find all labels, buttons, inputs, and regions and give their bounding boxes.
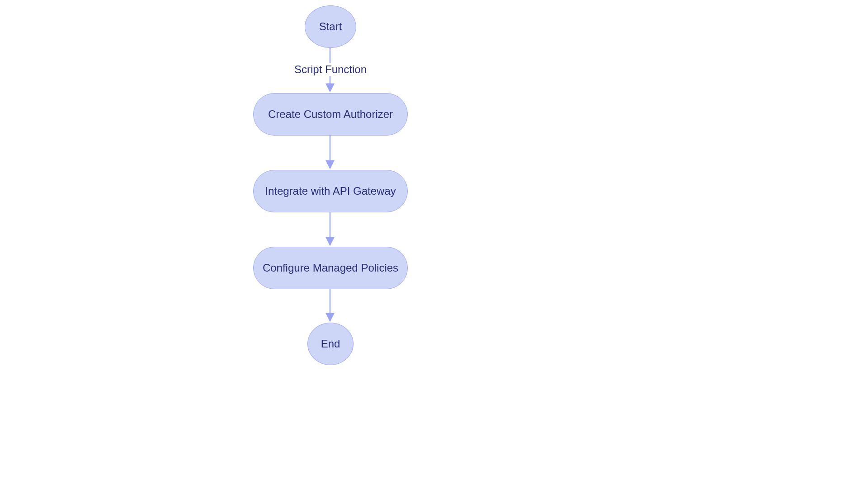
edge-label-script-function: Script Function: [292, 63, 369, 76]
node-create-custom-authorizer: Create Custom Authorizer: [253, 93, 408, 136]
node-end-label: End: [321, 338, 340, 350]
node-configure-label: Configure Managed Policies: [263, 262, 398, 274]
node-create-label: Create Custom Authorizer: [268, 108, 393, 121]
connectors-layer: [0, 0, 868, 488]
node-integrate-api-gateway: Integrate with API Gateway: [253, 170, 408, 212]
node-integrate-label: Integrate with API Gateway: [265, 185, 396, 197]
node-start-label: Start: [319, 20, 342, 33]
node-start: Start: [305, 5, 356, 48]
flowchart-canvas: Script Function Start Create Custom Auth…: [0, 0, 868, 488]
node-end: End: [307, 323, 354, 365]
node-configure-managed-policies: Configure Managed Policies: [253, 247, 408, 289]
